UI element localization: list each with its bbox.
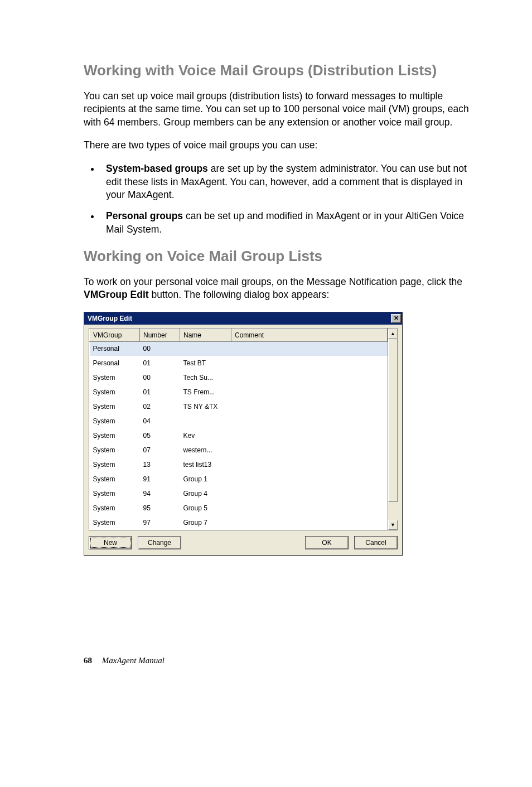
text-run: button. The following dialog box appears… bbox=[149, 289, 330, 300]
cell-number: 94 bbox=[140, 486, 180, 501]
table-row[interactable]: System97Group 7 bbox=[90, 515, 388, 530]
table-row[interactable]: System00Tech Su... bbox=[90, 370, 388, 385]
cell-name: TS NY &TX bbox=[180, 399, 231, 414]
cell-number: 91 bbox=[140, 472, 180, 486]
cell-comment bbox=[231, 472, 388, 486]
cancel-button[interactable]: Cancel bbox=[354, 536, 398, 549]
cell-group: System bbox=[90, 428, 140, 443]
cell-group: System bbox=[90, 457, 140, 472]
paragraph-instructions: To work on your personal voice mail grou… bbox=[84, 276, 476, 302]
cell-group: System bbox=[90, 370, 140, 385]
bullet-label: System-based groups bbox=[106, 163, 208, 174]
cell-name: Tech Su... bbox=[180, 370, 231, 385]
cell-group: System bbox=[90, 399, 140, 414]
cell-comment bbox=[231, 486, 388, 501]
paragraph-types: There are two types of voice mail groups… bbox=[84, 139, 476, 152]
col-header-comment[interactable]: Comment bbox=[231, 329, 388, 341]
cell-comment bbox=[231, 356, 388, 370]
cell-name: Group 5 bbox=[180, 501, 231, 515]
cell-name: Group 7 bbox=[180, 515, 231, 530]
cell-name: test list13 bbox=[180, 457, 231, 472]
scroll-track[interactable] bbox=[388, 339, 398, 520]
heading-working-lists: Working on Voice Mail Group Lists bbox=[84, 247, 476, 265]
table-row[interactable]: System91Group 1 bbox=[90, 472, 388, 486]
cell-number: 97 bbox=[140, 515, 180, 530]
table-row[interactable]: System07western... bbox=[90, 443, 388, 457]
table-row[interactable]: System13test list13 bbox=[90, 457, 388, 472]
table-row[interactable]: Personal00 bbox=[90, 341, 388, 356]
close-icon[interactable]: ✕ bbox=[391, 314, 401, 323]
table-row[interactable]: System04 bbox=[90, 414, 388, 428]
table-row[interactable]: System05Kev bbox=[90, 428, 388, 443]
scroll-thumb[interactable] bbox=[388, 339, 398, 502]
list-item: Personal groups can be set up and modifi… bbox=[100, 210, 476, 236]
cell-number: 02 bbox=[140, 399, 180, 414]
table-row[interactable]: Personal01Test BT bbox=[90, 356, 388, 370]
cell-group: System bbox=[90, 501, 140, 515]
bullet-label: Personal groups bbox=[106, 210, 183, 221]
table-row[interactable]: System01TS Frem... bbox=[90, 385, 388, 399]
new-button[interactable]: New bbox=[89, 536, 132, 549]
cell-comment bbox=[231, 341, 388, 356]
cell-group: System bbox=[90, 385, 140, 399]
cell-number: 01 bbox=[140, 356, 180, 370]
cell-number: 95 bbox=[140, 501, 180, 515]
table-row[interactable]: System02TS NY &TX bbox=[90, 399, 388, 414]
scroll-up-icon[interactable]: ▲ bbox=[388, 329, 398, 339]
cell-group: System bbox=[90, 486, 140, 501]
cell-comment bbox=[231, 399, 388, 414]
cell-name: Test BT bbox=[180, 356, 231, 370]
scroll-down-icon[interactable]: ▼ bbox=[388, 520, 398, 530]
cell-number: 13 bbox=[140, 457, 180, 472]
footer-title: MaxAgent Manual bbox=[102, 656, 165, 665]
col-header-vmgroup[interactable]: VMGroup bbox=[90, 329, 140, 341]
paragraph-intro: You can set up voice mail groups (distri… bbox=[84, 90, 476, 129]
text-run-bold: VMGroup Edit bbox=[84, 289, 149, 300]
cell-comment bbox=[231, 501, 388, 515]
cell-number: 00 bbox=[140, 341, 180, 356]
vmgroup-table: VMGroup Number Name Comment Personal00Pe… bbox=[89, 329, 388, 530]
heading-vm-groups: Working with Voice Mail Groups (Distribu… bbox=[84, 61, 476, 80]
vmgroup-table-wrap: VMGroup Number Name Comment Personal00Pe… bbox=[89, 328, 398, 531]
cell-number: 01 bbox=[140, 385, 180, 399]
vmgroup-edit-dialog: VMGroup Edit ✕ VMGroup bbox=[84, 312, 403, 556]
cell-group: Personal bbox=[90, 356, 140, 370]
page-number: 68 bbox=[84, 656, 92, 665]
list-item: System-based groups are set up by the sy… bbox=[100, 162, 476, 202]
group-types-list: System-based groups are set up by the sy… bbox=[84, 162, 476, 236]
change-button[interactable]: Change bbox=[138, 536, 181, 549]
cell-group: Personal bbox=[90, 341, 140, 356]
dialog-titlebar: VMGroup Edit ✕ bbox=[84, 312, 402, 325]
cell-group: System bbox=[90, 472, 140, 486]
cell-name: Group 4 bbox=[180, 486, 231, 501]
cell-comment bbox=[231, 385, 388, 399]
cell-name bbox=[180, 341, 231, 356]
cell-number: 04 bbox=[140, 414, 180, 428]
cell-number: 00 bbox=[140, 370, 180, 385]
cell-name bbox=[180, 414, 231, 428]
cell-comment bbox=[231, 428, 388, 443]
dialog-title: VMGroup Edit bbox=[88, 315, 132, 322]
cell-name: western... bbox=[180, 443, 231, 457]
cell-number: 05 bbox=[140, 428, 180, 443]
cell-group: System bbox=[90, 515, 140, 530]
cell-name: Group 1 bbox=[180, 472, 231, 486]
table-row[interactable]: System95Group 5 bbox=[90, 501, 388, 515]
col-header-number[interactable]: Number bbox=[140, 329, 180, 341]
page-footer: 68 MaxAgent Manual bbox=[84, 656, 476, 665]
cell-number: 07 bbox=[140, 443, 180, 457]
table-header-row: VMGroup Number Name Comment bbox=[90, 329, 388, 341]
ok-button[interactable]: OK bbox=[305, 536, 349, 549]
cell-comment bbox=[231, 414, 388, 428]
table-row[interactable]: System94Group 4 bbox=[90, 486, 388, 501]
cell-comment bbox=[231, 515, 388, 530]
cell-comment bbox=[231, 370, 388, 385]
cell-group: System bbox=[90, 443, 140, 457]
cell-comment bbox=[231, 457, 388, 472]
cell-name: Kev bbox=[180, 428, 231, 443]
text-run: To work on your personal voice mail grou… bbox=[84, 276, 462, 287]
col-header-name[interactable]: Name bbox=[180, 329, 231, 341]
cell-comment bbox=[231, 443, 388, 457]
vertical-scrollbar[interactable]: ▲ ▼ bbox=[388, 329, 398, 530]
cell-group: System bbox=[90, 414, 140, 428]
